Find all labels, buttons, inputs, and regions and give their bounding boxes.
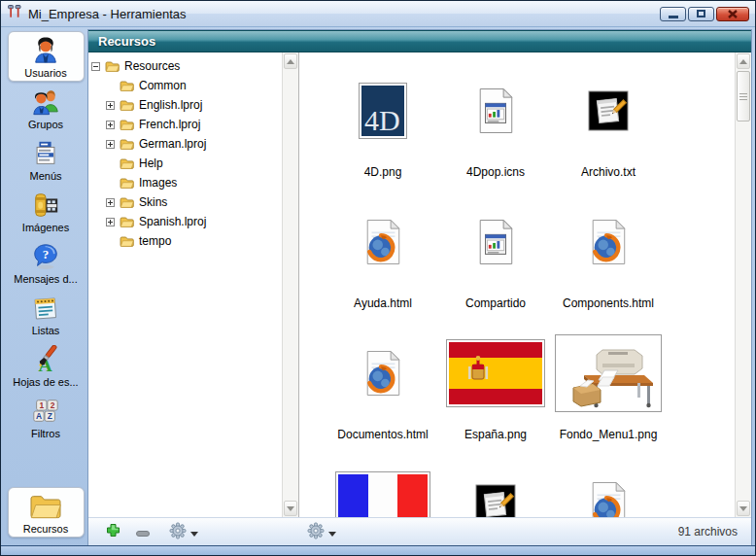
title-bar[interactable]: Mi_Empresa - Herramientas (1, 1, 755, 27)
file-item-ayuda-html[interactable]: Ayuda.html (326, 195, 439, 327)
expander-spacer (106, 179, 115, 188)
file-grid: 4D4D.png4Dpop.icnsArchivo.txtAyuda.htmlC… (299, 52, 735, 517)
action-menu-button[interactable] (167, 520, 200, 544)
tree-item-spanish-lproj[interactable]: Spanish.lproj (88, 212, 282, 231)
expand-icon[interactable] (106, 198, 115, 207)
scroll-up-button[interactable] (284, 53, 297, 69)
tree-item-tempo[interactable]: tempo (88, 231, 282, 251)
sidebar-item-label: Imágenes (22, 222, 69, 233)
expander-spacer (106, 237, 115, 246)
file-item-compartido[interactable]: Compartido (439, 195, 552, 327)
resources-tree-panel: ResourcesCommonEnglish.lprojFrench.lproj… (88, 52, 299, 517)
sidebar-item-label: Filtros (31, 428, 60, 439)
tree-item-images[interactable]: Images (88, 173, 282, 192)
tree-item-label: Help (139, 156, 163, 170)
file-name-label: Documentos.html (337, 428, 428, 441)
arrow-down-icon (739, 506, 747, 511)
maximize-button[interactable] (688, 7, 714, 21)
sidebar-item-listas[interactable]: Listas (8, 289, 85, 339)
scroll-down-button[interactable] (737, 501, 750, 516)
sidebar-item-recursos[interactable]: Recursos (8, 487, 85, 538)
minimize-button[interactable] (660, 7, 686, 21)
tools-app-icon (7, 4, 22, 23)
firefox-document-icon (361, 195, 404, 289)
file-item[interactable] (439, 458, 552, 517)
firefox-document-icon (587, 195, 630, 289)
view-options-button[interactable] (305, 520, 338, 544)
folder-icon (120, 177, 134, 189)
file-item-archivo-txt[interactable]: Archivo.txt (552, 64, 665, 195)
scroll-up-button[interactable] (737, 53, 750, 69)
file-item-components-html[interactable]: Components.html (552, 195, 665, 327)
sidebar-item-filtros[interactable]: 12AZFiltros (8, 392, 85, 442)
collapse-icon[interactable] (91, 62, 100, 71)
expand-icon[interactable] (106, 101, 115, 110)
sidebar-item-label: Listas (32, 325, 60, 336)
menus-icon (31, 138, 60, 169)
svg-text:Z: Z (48, 411, 52, 421)
files-scrollbar[interactable] (735, 52, 751, 517)
sidebar-item-label: Menús (29, 170, 61, 182)
main-area: Recursos ResourcesCommonEnglish.lprojFre… (87, 29, 752, 545)
tree-item-french-lproj[interactable]: French.lproj (88, 115, 282, 134)
close-button[interactable] (716, 7, 749, 21)
scroll-down-button[interactable] (284, 501, 297, 516)
document-window-icon (474, 64, 517, 157)
tree-item-skins[interactable]: Skins (88, 192, 282, 212)
folder-icon (29, 491, 62, 522)
sidebar-item-label: Mensajes d... (14, 273, 77, 285)
sidebar-item-men-s[interactable]: Menús (8, 134, 85, 185)
expand-icon[interactable] (106, 218, 115, 226)
tree-item-common[interactable]: Common (88, 76, 282, 95)
file-item-documentos-html[interactable]: Documentos.html (326, 327, 439, 458)
file-item-fondo-menu1-png[interactable]: Fondo_Menu1.png (552, 327, 665, 458)
firefox-document-icon (361, 327, 404, 420)
sidebar-item-usuarios[interactable]: Usuarios (8, 31, 85, 82)
file-name-label: 4D.png (364, 165, 402, 179)
file-name-label: Components.html (563, 296, 654, 310)
file-item[interactable] (326, 458, 439, 517)
tree-item-english-lproj[interactable]: English.lproj (88, 95, 282, 115)
expand-icon[interactable] (106, 140, 115, 149)
svg-text:2: 2 (51, 400, 55, 409)
sidebar: UsuariosGruposMenúsImágenes?Mensajes d..… (4, 29, 87, 545)
tree-scrollbar[interactable] (282, 52, 298, 517)
file-item-espa-a-png[interactable]: España.png (439, 327, 552, 458)
file-name-label: Compartido (465, 296, 526, 310)
tree-item-label: Common (139, 79, 187, 92)
arrow-up-icon (739, 59, 747, 64)
tree-item-german-lproj[interactable]: German.lproj (88, 134, 282, 154)
folder-icon (120, 80, 134, 91)
file-name-label: Archivo.txt (581, 165, 636, 179)
sidebar-item-mensajes-d[interactable]: ?Mensajes d... (8, 237, 85, 288)
add-button[interactable] (104, 521, 122, 542)
text-file-icon (588, 64, 629, 157)
file-item[interactable] (552, 458, 665, 517)
file-item-4dpop-icns[interactable]: 4Dpop.icns (439, 64, 552, 195)
scrollbar-track[interactable] (283, 70, 298, 500)
tree-item-label: French.lproj (139, 118, 200, 131)
page-title: Recursos (98, 34, 155, 49)
tree-item-resources[interactable]: Resources (88, 56, 282, 76)
sidebar-item-im-genes[interactable]: Imágenes (8, 186, 85, 236)
folder-tree: ResourcesCommonEnglish.lprojFrench.lproj… (88, 52, 282, 517)
file-item-4d-png[interactable]: 4D4D.png (326, 64, 439, 195)
chevron-down-icon (328, 525, 336, 539)
images-icon (31, 190, 60, 221)
scrollbar-track[interactable] (736, 122, 751, 500)
sidebar-item-hojas-de-es[interactable]: AHojas de es... (8, 340, 85, 391)
minus-icon (136, 525, 150, 539)
sidebar-item-label: Usuarios (24, 67, 66, 79)
window-controls (660, 7, 749, 21)
tree-item-label: Spanish.lproj (139, 215, 206, 228)
expand-icon[interactable] (106, 121, 115, 129)
expander-spacer (106, 159, 115, 168)
chevron-down-icon (190, 525, 198, 539)
files-panel: 4D4D.png4Dpop.icnsArchivo.txtAyuda.htmlC… (299, 52, 751, 517)
sidebar-item-grupos[interactable]: Grupos (8, 83, 85, 133)
scrollbar-thumb[interactable] (737, 71, 750, 122)
tree-item-help[interactable]: Help (88, 154, 282, 173)
remove-button[interactable] (134, 523, 152, 541)
users-icon (31, 87, 60, 118)
file-name-label: 4Dpop.icns (466, 165, 525, 179)
